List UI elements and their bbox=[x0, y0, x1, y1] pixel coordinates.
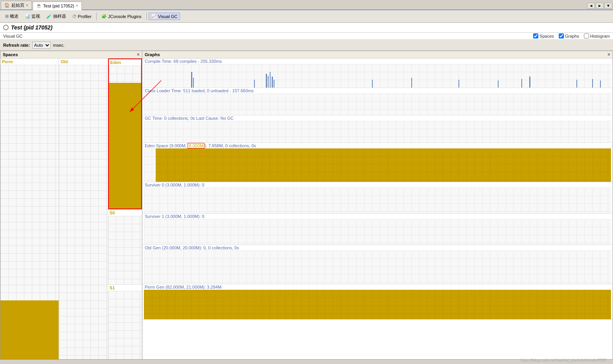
eden-section: Eden bbox=[108, 59, 142, 209]
spaces-panel-close[interactable]: × bbox=[137, 52, 140, 57]
graphs-panel: Graphs × Compile Time: 68 compiles - 255… bbox=[142, 51, 613, 360]
tab-test-label: Test (pid 17052) bbox=[43, 4, 74, 8]
survivor0-section: Surviver 0 (3.000M, 1.000M): 0 bbox=[142, 182, 613, 214]
spike-11 bbox=[458, 80, 459, 88]
app-header: Test (pid 17052) bbox=[0, 23, 613, 33]
tab-home-label: 起始页 bbox=[11, 2, 24, 8]
class-loader-label: Class Loader Time: 511 loaded, 0 unloade… bbox=[142, 88, 613, 93]
spike-15 bbox=[576, 80, 577, 88]
spike-10 bbox=[411, 78, 412, 88]
perm-space-col: Perm bbox=[0, 59, 59, 359]
old-gen-section: Old Gen (20.000M, 20.000M): 0, 0 collect… bbox=[142, 245, 613, 284]
tab-test-close[interactable]: × bbox=[76, 4, 78, 8]
survivor1-graph bbox=[144, 219, 611, 245]
gc-time-section: GC Time: 0 collections, 0s Last Cause: N… bbox=[142, 115, 613, 143]
spike-9 bbox=[372, 80, 373, 88]
eden-space-section: Eden Space (9.000M, 8.000M): 7.858M, 0 c… bbox=[142, 143, 613, 182]
old-grid bbox=[59, 65, 107, 359]
spike-16 bbox=[592, 79, 593, 88]
spike-12 bbox=[498, 80, 499, 88]
eden-space-graph bbox=[144, 148, 611, 182]
monitor-icon: 📊 bbox=[25, 14, 30, 19]
graphs-checkbox-label[interactable]: Graphs bbox=[559, 33, 579, 38]
title-circle-icon bbox=[3, 25, 9, 30]
graphs-checkbox[interactable] bbox=[559, 33, 564, 38]
eden-bar bbox=[109, 83, 141, 209]
spike-17 bbox=[600, 80, 601, 88]
s0-label: S0 bbox=[108, 210, 142, 216]
spike-2 bbox=[193, 78, 194, 88]
tab-home[interactable]: 🏠 起始页 × bbox=[1, 1, 32, 9]
survivor0-label: Surviver 0 (3.000M, 1.000M): 0 bbox=[142, 182, 613, 188]
eden-s-col: Eden S0 S1 bbox=[108, 59, 142, 359]
spaces-checkbox-label[interactable]: Spaces bbox=[533, 33, 554, 38]
graphs-panel-close[interactable]: × bbox=[607, 52, 610, 57]
perm-gen-section: Perm Gen (82.000M, 21.000M): 3.284M bbox=[142, 284, 613, 320]
eden-grid bbox=[109, 66, 141, 209]
spaces-panel: Spaces × Perm Old bbox=[0, 51, 142, 360]
compile-time-graph bbox=[144, 64, 611, 88]
s0-section: S0 bbox=[108, 209, 142, 284]
jconsole-icon: 🧩 bbox=[101, 14, 107, 19]
s1-section: S1 bbox=[108, 284, 142, 359]
main-content: Spaces × Perm Old bbox=[0, 51, 613, 360]
class-loader-graph bbox=[144, 93, 611, 115]
tab-home-icon: 🏠 bbox=[4, 3, 10, 8]
toolbar-monitor[interactable]: 📊 监视 bbox=[22, 12, 43, 20]
gc-time-graph bbox=[144, 121, 611, 143]
perm-bar bbox=[0, 300, 59, 359]
spaces-panel-title: Spaces × bbox=[0, 51, 142, 59]
spike-3 bbox=[254, 80, 255, 88]
separator-1 bbox=[96, 13, 97, 20]
eden-space-label: Eden Space (9.000M, 8.000M): 7.858M, 0 c… bbox=[142, 143, 613, 148]
spaces-checkbox[interactable] bbox=[533, 33, 538, 38]
separator-2 bbox=[146, 13, 147, 20]
toolbar-overview[interactable]: ⊞ 概述 bbox=[2, 12, 21, 20]
eden-label: Eden bbox=[109, 59, 141, 66]
spike-4 bbox=[266, 74, 267, 88]
nav-right-arrow[interactable]: ► bbox=[596, 3, 604, 9]
histogram-checkbox[interactable] bbox=[584, 33, 589, 38]
refresh-unit: msec. bbox=[53, 43, 64, 48]
toolbar-visualgc[interactable]: 📈 Visual GC bbox=[149, 13, 180, 20]
s1-grid bbox=[108, 291, 142, 359]
visualgc-icon: 📈 bbox=[151, 14, 157, 19]
eden-highlight-value: 8.000M bbox=[188, 143, 204, 148]
old-gen-graph bbox=[144, 251, 611, 284]
spike-5 bbox=[268, 76, 269, 88]
overview-icon: ⊞ bbox=[5, 14, 9, 19]
nav-down-arrow[interactable]: ▼ bbox=[604, 3, 612, 9]
toolbar-sampler[interactable]: 🧪 抽样器 bbox=[44, 12, 69, 20]
tab-test[interactable]: ☕ Test (pid 17052) × bbox=[33, 2, 82, 10]
sampler-icon: 🧪 bbox=[46, 14, 52, 19]
spike-6 bbox=[270, 72, 271, 88]
histogram-checkbox-label[interactable]: Histogram bbox=[584, 33, 610, 38]
spike-1 bbox=[191, 72, 192, 88]
class-loader-section: Class Loader Time: 511 loaded, 0 unloade… bbox=[142, 88, 613, 115]
spike-13 bbox=[521, 79, 522, 88]
tab-home-close[interactable]: × bbox=[26, 3, 28, 7]
compile-time-section: Compile Time: 68 compiles - 255.330ms bbox=[142, 59, 613, 88]
toolbar-profiler[interactable]: ⏱ Profiler bbox=[70, 13, 94, 20]
s1-label: S1 bbox=[108, 285, 142, 291]
compile-time-label: Compile Time: 68 compiles - 255.330ms bbox=[142, 59, 613, 64]
old-space-col: Old bbox=[59, 59, 108, 359]
survivor1-section: Surviver 1 (3.000M, 1.000M): 0 bbox=[142, 214, 613, 245]
watermark: https://blog.csdn.net/sanhui_u/article/d… bbox=[521, 358, 610, 360]
tab-test-icon: ☕ bbox=[36, 3, 42, 8]
s0-grid bbox=[108, 216, 142, 284]
perm-label: Perm bbox=[0, 59, 59, 65]
profiler-icon: ⏱ bbox=[72, 14, 77, 19]
eden-graph-grid bbox=[144, 148, 611, 182]
survivor1-label: Surviver 1 (3.000M, 1.000M): 0 bbox=[142, 214, 613, 219]
spike-14 bbox=[529, 77, 530, 88]
refresh-select[interactable]: Auto 100 200 500 1000 bbox=[32, 42, 51, 49]
spike-7 bbox=[272, 77, 273, 88]
toolbar-jconsole[interactable]: 🧩 JConsole Plugins bbox=[99, 13, 144, 20]
old-label: Old bbox=[59, 59, 107, 65]
controls-row: Refresh rate: Auto 100 200 500 1000 msec… bbox=[0, 40, 613, 51]
perm-gen-label: Perm Gen (82.000M, 21.000M): 3.284M bbox=[142, 284, 613, 290]
nav-left-arrow[interactable]: ◄ bbox=[587, 3, 595, 9]
perm-gen-graph bbox=[144, 290, 611, 319]
perm-gen-graph-grid bbox=[144, 290, 611, 319]
